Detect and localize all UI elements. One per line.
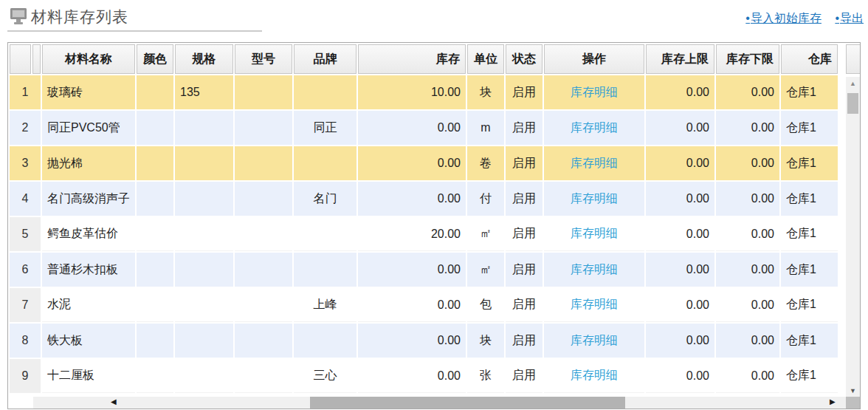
table-row[interactable]: 8铁大板0.00块启用库存明细0.000.00仓库1 bbox=[10, 324, 838, 358]
column-header-brand[interactable]: 品牌 bbox=[294, 44, 356, 74]
cell-model bbox=[235, 75, 292, 109]
cell-model bbox=[235, 146, 292, 180]
cell-warehouse: 仓库1 bbox=[781, 146, 838, 180]
row-number-header bbox=[32, 44, 41, 74]
column-header-upper[interactable]: 库存上限 bbox=[646, 44, 714, 74]
cell-action: 库存明细 bbox=[544, 217, 644, 251]
horizontal-scroll-thumb[interactable] bbox=[310, 397, 625, 409]
cell-lower: 0.00 bbox=[716, 146, 779, 180]
cell-action: 库存明细 bbox=[544, 146, 644, 180]
column-header-color[interactable]: 颜色 bbox=[137, 44, 173, 74]
scroll-left-icon[interactable]: ◀ bbox=[111, 397, 117, 406]
cell-stock: 0.00 bbox=[358, 324, 466, 358]
cell-stock: 0.00 bbox=[358, 111, 466, 145]
cell-upper: 0.00 bbox=[646, 324, 714, 358]
cell-action: 库存明细 bbox=[544, 75, 644, 109]
stock-detail-link[interactable]: 库存明细 bbox=[571, 227, 618, 239]
cell-warehouse: 仓库1 bbox=[781, 359, 838, 393]
scroll-down-icon[interactable]: ▼ bbox=[846, 387, 860, 394]
vertical-scroll-thumb[interactable] bbox=[847, 93, 858, 114]
export-link[interactable]: •导出 bbox=[835, 12, 864, 24]
import-initial-stock-link[interactable]: •导入初始库存 bbox=[745, 12, 822, 24]
monitor-icon bbox=[10, 8, 27, 24]
cell-unit: 付 bbox=[467, 182, 504, 216]
cell-spec bbox=[175, 324, 233, 358]
table-row[interactable]: 5鳄鱼皮革估价20.00㎡启用库存明细0.000.00仓库1 bbox=[10, 217, 838, 251]
cell-spec: 135 bbox=[175, 75, 233, 109]
column-header-lower[interactable]: 库存下限 bbox=[716, 44, 779, 74]
cell-status: 启用 bbox=[506, 111, 542, 145]
cell-upper: 0.00 bbox=[646, 111, 714, 145]
cell-model bbox=[235, 217, 292, 251]
cell-status: 启用 bbox=[506, 253, 542, 287]
cell-upper: 0.00 bbox=[646, 146, 714, 180]
stock-detail-link[interactable]: 库存明细 bbox=[571, 334, 618, 346]
cell-action: 库存明细 bbox=[544, 359, 644, 393]
cell-spec bbox=[175, 253, 233, 287]
cell-model bbox=[235, 111, 292, 145]
stock-detail-link[interactable]: 库存明细 bbox=[571, 263, 618, 276]
vertical-scrollbar[interactable]: ▲ ▼ bbox=[846, 77, 860, 397]
cell-brand: 名门 bbox=[294, 182, 356, 216]
cell-color bbox=[137, 182, 173, 216]
column-header-status[interactable]: 状态 bbox=[506, 44, 542, 74]
cell-name: 十二厘板 bbox=[42, 359, 135, 393]
table-row[interactable]: 9十二厘板三心0.00张启用库存明细0.000.00仓库1 bbox=[10, 359, 838, 393]
cell-unit: ㎡ bbox=[467, 253, 504, 287]
column-header-action[interactable]: 操作 bbox=[544, 44, 644, 74]
cell-warehouse: 仓库1 bbox=[781, 324, 838, 358]
cell-color bbox=[137, 75, 173, 109]
column-header-warehouse[interactable]: 仓库 bbox=[781, 44, 838, 74]
column-header-model[interactable]: 型号 bbox=[235, 44, 292, 74]
stock-detail-link[interactable]: 库存明细 bbox=[571, 157, 618, 169]
scroll-up-icon[interactable]: ▲ bbox=[846, 80, 860, 87]
cell-color bbox=[137, 217, 173, 251]
table-row[interactable]: 3抛光棉0.00卷启用库存明细0.000.00仓库1 bbox=[10, 146, 838, 180]
stock-detail-link[interactable]: 库存明细 bbox=[571, 192, 618, 205]
cell-spec bbox=[175, 146, 233, 180]
cell-name: 玻璃砖 bbox=[42, 75, 135, 109]
bullet-icon: • bbox=[835, 12, 839, 24]
table-row[interactable]: 7水泥上峰0.00包启用库存明细0.000.00仓库1 bbox=[10, 288, 838, 322]
cell-warehouse: 仓库1 bbox=[781, 111, 838, 145]
cell-brand bbox=[294, 146, 356, 180]
material-inventory-page: 材料库存列表 •导入初始库存 •导出 材料名称颜色规格型号品牌库存单位状态操作库… bbox=[0, 0, 868, 410]
column-header-unit[interactable]: 单位 bbox=[467, 44, 504, 74]
stock-detail-link[interactable]: 库存明细 bbox=[571, 369, 618, 381]
row-number: 5 bbox=[10, 217, 41, 251]
table-row[interactable]: 2同正PVC50管同正0.00m启用库存明细0.000.00仓库1 bbox=[10, 111, 838, 145]
cell-upper: 0.00 bbox=[646, 75, 714, 109]
scrollbar-corner bbox=[846, 397, 860, 409]
cell-action: 库存明细 bbox=[544, 111, 644, 145]
stock-detail-link[interactable]: 库存明细 bbox=[571, 86, 618, 98]
cell-upper: 0.00 bbox=[646, 182, 714, 216]
row-number: 9 bbox=[10, 359, 41, 393]
cell-lower: 0.00 bbox=[716, 182, 779, 216]
stock-detail-link[interactable]: 库存明细 bbox=[571, 121, 618, 134]
table-row[interactable]: 4名门高级消声子名门0.00付启用库存明细0.000.00仓库1 bbox=[10, 182, 838, 216]
title-underline bbox=[7, 30, 262, 32]
horizontal-scrollbar[interactable]: ◀ ▶ bbox=[8, 397, 846, 409]
column-header-stock[interactable]: 库存 bbox=[358, 44, 466, 74]
stock-detail-link[interactable]: 库存明细 bbox=[571, 298, 618, 310]
column-header-spec[interactable]: 规格 bbox=[175, 44, 233, 74]
cell-warehouse: 仓库1 bbox=[781, 182, 838, 216]
cell-upper: 0.00 bbox=[646, 253, 714, 287]
table-row[interactable]: 6普通杉木扣板0.00㎡启用库存明细0.000.00仓库1 bbox=[10, 253, 838, 287]
cell-name: 鳄鱼皮革估价 bbox=[42, 217, 135, 251]
cell-brand bbox=[294, 324, 356, 358]
cell-model bbox=[235, 182, 292, 216]
cell-status: 启用 bbox=[506, 324, 542, 358]
cell-lower: 0.00 bbox=[716, 217, 779, 251]
column-header-name[interactable]: 材料名称 bbox=[42, 44, 135, 74]
cell-color bbox=[137, 288, 173, 322]
scroll-right-icon[interactable]: ▶ bbox=[830, 397, 836, 406]
cell-model bbox=[235, 359, 292, 393]
cell-unit: 包 bbox=[467, 288, 504, 322]
cell-color bbox=[137, 146, 173, 180]
cell-brand: 三心 bbox=[294, 359, 356, 393]
cell-color bbox=[137, 253, 173, 287]
table-row[interactable]: 1玻璃砖13510.00块启用库存明细0.000.00仓库1 bbox=[10, 75, 838, 109]
cell-action: 库存明细 bbox=[544, 182, 644, 216]
inventory-grid: 材料名称颜色规格型号品牌库存单位状态操作库存上限库存下限仓库 1玻璃砖13510… bbox=[7, 42, 861, 409]
